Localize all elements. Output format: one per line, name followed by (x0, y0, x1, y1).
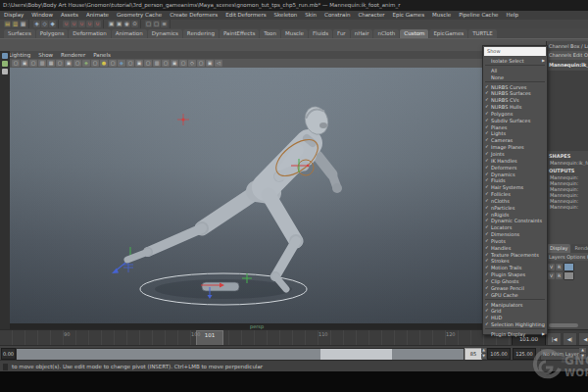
menu-item-help[interactable]: Help (503, 11, 523, 20)
channel-attributes-area[interactable] (547, 71, 588, 151)
show-menu-item-dynamic-constraints[interactable]: ✓Dynamic Constraints (483, 218, 547, 224)
viewport-toolbar-icon-6[interactable]: ▣ (65, 60, 73, 67)
shelf-tab-rendering[interactable]: Rendering (183, 29, 219, 38)
menu-item-assets[interactable]: Assets (57, 11, 82, 20)
show-menu-item-nurbs-curves[interactable]: ✓NURBS Curves (483, 84, 547, 91)
show-menu-item-dynamics[interactable]: ✓Dynamics (483, 172, 547, 178)
show-menu-item-subdiv-surfaces[interactable]: ✓Subdiv Surfaces (483, 118, 547, 124)
show-menu-item-cameras[interactable]: ✓Cameras (483, 137, 547, 144)
show-menu-item-plugin-display[interactable]: Plugin Display▶ (483, 331, 547, 338)
layer-reference-toggle[interactable]: R (556, 264, 563, 270)
show-menu-item-ik-handles[interactable]: ✓IK Handles (483, 158, 547, 165)
show-menu-item-selection-highlighting[interactable]: ✓Selection Highlighting (483, 321, 547, 328)
menu-item-constrain[interactable]: Constrain (320, 11, 354, 20)
shelf-tab-epicgames[interactable]: EpicGames (429, 29, 467, 38)
show-menu-item-grease-pencil[interactable]: ✓Grease Pencil (483, 285, 547, 292)
layer-tab-render[interactable]: Render (571, 244, 588, 253)
show-menu-item-handles[interactable]: ✓Handles (483, 245, 547, 252)
viewport-toolbar-icon-20[interactable]: ◇ (188, 60, 196, 67)
file-new-icon[interactable]: ▤ (4, 21, 11, 27)
viewport-toolbar-icon-22[interactable]: ▣ (206, 60, 214, 67)
paint-effects-icon[interactable]: ≡ (161, 21, 168, 27)
menu-item-character[interactable]: Character (354, 11, 388, 20)
menu-item-pipeline-cache[interactable]: Pipeline Cache (455, 11, 502, 20)
menu-item-edit-deformers[interactable]: Edit Deformers (221, 11, 270, 20)
show-menu-item-grid[interactable]: ✓Grid (483, 308, 547, 315)
show-menu-item-planes[interactable]: ✓Planes (483, 124, 547, 131)
show-menu-item-nrigids[interactable]: ✓nRigids (483, 212, 547, 219)
shelf-tab-painteffects[interactable]: PaintEffects (220, 29, 259, 38)
playback-end-field[interactable]: 105.00 (487, 348, 511, 360)
perspective-viewport[interactable]: LightingShowRendererPanels ▢▣▢▥▦▢▣▢◈▢●▢◆… (10, 51, 546, 329)
menu-item-create-deformers[interactable]: Create Deformers (166, 11, 221, 20)
shelf-tab-muscle[interactable]: Muscle (281, 29, 308, 38)
input-connection-icon[interactable]: ▣ (108, 21, 115, 27)
show-menu-item-locators[interactable]: ✓Locators (483, 224, 547, 231)
layer-editor-menu[interactable]: Layers Options Help (547, 253, 588, 261)
channel-box-tab[interactable]: Channel Box / Layer Editor (549, 43, 588, 49)
menu-item-window[interactable]: Window (27, 11, 57, 20)
show-menu-item-fluids[interactable]: ✓Fluids (483, 177, 547, 184)
viewport-toolbar-icon-11[interactable]: ▢ (109, 60, 117, 67)
show-menu-item-nurbs-cvs[interactable]: ✓NURBS CVs (483, 97, 547, 104)
select-tool-icon[interactable] (2, 53, 8, 59)
show-menu-item-texture-placements[interactable]: ✓Texture Placements (483, 252, 547, 259)
menu-item-animate[interactable]: Animate (82, 11, 113, 20)
layer-scrollbar[interactable] (549, 323, 578, 327)
layer-reference-toggle[interactable]: R (556, 272, 563, 279)
show-menu-item-isolate-select[interactable]: Isolate Select▶ (483, 58, 547, 65)
panel-menu-renderer[interactable]: Renderer (58, 51, 88, 59)
viewport-toolbar-icon-12[interactable]: ◆ (118, 60, 125, 67)
shelf-tab-nhair[interactable]: nHair (351, 29, 373, 38)
show-menu-title[interactable]: Show (484, 47, 546, 56)
show-menu-item-hud[interactable]: ✓HUD (483, 315, 547, 321)
viewport-toolbar-icon-23[interactable]: ◁ (215, 60, 222, 67)
shelf-tab-custom[interactable]: Custom (400, 29, 428, 38)
rotate-tool-icon[interactable] (2, 69, 8, 74)
transport-button-1[interactable]: ◀| (563, 332, 577, 346)
show-menu-item-polygons[interactable]: ✓Polygons (483, 111, 547, 118)
tool-box-strip[interactable] (0, 51, 10, 329)
snap-point-icon[interactable]: ∪ (78, 21, 85, 27)
show-menu-item-image-planes[interactable]: ✓Image Planes (483, 144, 547, 151)
show-menu-item-dimensions[interactable]: ✓Dimensions (483, 231, 547, 238)
panel-menu-show[interactable]: Show (35, 51, 56, 59)
render-icon[interactable]: ⊙ (131, 21, 138, 27)
menu-item-epic-games[interactable]: Epic Games (389, 11, 429, 20)
show-menu-item-plugin-shapes[interactable]: ✓Plugin Shapes (483, 271, 547, 278)
show-menu-item-follicles[interactable]: ✓Follicles (483, 191, 547, 198)
show-menu-item-nurbs-surfaces[interactable]: ✓NURBS Surfaces (483, 90, 547, 97)
select-hierarchy-icon[interactable]: ◈ (33, 21, 40, 27)
command-line-box[interactable] (3, 364, 8, 370)
outputs-item[interactable]: Mannequin: (547, 204, 588, 210)
shelf-tab-fluids[interactable]: Fluids (309, 29, 332, 38)
viewport-toolbar-icon-16[interactable]: ▥ (153, 60, 161, 67)
show-menu-item-nparticles[interactable]: ✓nParticles (483, 205, 547, 212)
menu-item-geometry-cache[interactable]: Geometry Cache (113, 11, 166, 20)
show-menu-item-none[interactable]: None (483, 74, 547, 81)
transport-button-0[interactable]: |◀ (547, 332, 562, 346)
snap-surface-icon[interactable]: ∪ (94, 21, 101, 27)
show-menu-item-strokes[interactable]: ✓Strokes (483, 258, 547, 265)
viewport-toolbar-icon-15[interactable]: ▢ (144, 60, 152, 67)
layer-color-swatch[interactable] (564, 263, 574, 271)
layer-visibility-toggle[interactable]: V (548, 264, 555, 270)
select-component-icon[interactable]: ◆ (49, 21, 56, 27)
menu-item-muscle[interactable]: Muscle (428, 11, 455, 20)
show-menu-item-all[interactable]: All (483, 68, 547, 74)
viewport-toolbar-icon-17[interactable]: ▢ (162, 60, 170, 67)
shelf-tab-dynamics[interactable]: Dynamics (148, 29, 182, 38)
shelf-tab-deformation[interactable]: Deformation (69, 29, 110, 38)
select-object-icon[interactable]: ◇ (41, 21, 48, 27)
snap-curve-icon[interactable]: ∪ (71, 21, 77, 27)
viewport-toolbar-icon-18[interactable]: ▣ (171, 60, 178, 67)
menu-item-skeleton[interactable]: Skeleton (270, 11, 302, 20)
panel-menu-panels[interactable]: Panels (90, 51, 114, 59)
show-menu-item-deformers[interactable]: ✓Deformers (483, 165, 547, 172)
viewport-toolbar-icon-14[interactable]: ▣ (135, 60, 143, 67)
viewport-canvas[interactable] (10, 68, 546, 323)
anim-start-field[interactable]: 0.00 (1, 348, 16, 360)
viewport-toolbar-icon-8[interactable]: ◈ (82, 60, 90, 67)
layer-visibility-toggle[interactable]: V (548, 272, 555, 279)
show-menu-item-clip-ghosts[interactable]: ✓Clip Ghosts (483, 278, 547, 285)
